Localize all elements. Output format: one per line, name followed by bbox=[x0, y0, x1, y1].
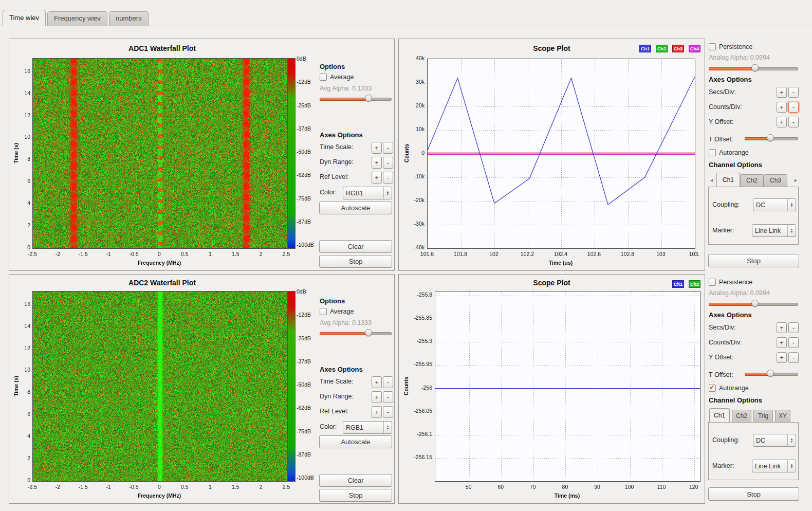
tab-numbers[interactable]: numbers bbox=[109, 11, 149, 26]
y-tick-label: -255.85 bbox=[403, 315, 432, 321]
autoscale-button[interactable]: Autoscale bbox=[319, 435, 392, 448]
stop-button[interactable]: Stop bbox=[708, 254, 799, 267]
y-tick-label: 10k bbox=[404, 126, 425, 132]
x-tick-label: 2 bbox=[251, 484, 271, 490]
spinner-arrows-icon[interactable]: ▲▼ bbox=[787, 460, 796, 472]
clear-button[interactable]: Clear bbox=[319, 240, 392, 253]
secs-div-plus-button[interactable]: + bbox=[777, 322, 787, 333]
y-offset-plus-button[interactable]: + bbox=[777, 352, 787, 363]
ref-level-plus-button[interactable]: + bbox=[372, 406, 382, 418]
slider-handle[interactable] bbox=[767, 370, 774, 377]
counts-div-minus-button[interactable]: - bbox=[788, 337, 799, 348]
dyn-range-label: Dyn Range: bbox=[320, 393, 354, 400]
stop-button[interactable]: Stop bbox=[708, 487, 799, 501]
color-value: RGB1 bbox=[343, 424, 383, 431]
legend-badge-ch2: Ch2 bbox=[689, 280, 700, 288]
channel-tab-ch2[interactable]: Ch2 bbox=[732, 410, 751, 422]
channel-tab-ch2[interactable]: Ch2 bbox=[740, 174, 764, 187]
secs-div-minus-button[interactable]: - bbox=[788, 87, 799, 98]
scroll-right-icon[interactable]: ▶ bbox=[792, 174, 799, 186]
color-select[interactable]: RGB1 ▲▼ bbox=[343, 187, 392, 199]
x-tick-label: 1 bbox=[200, 251, 220, 257]
counts-div-minus-button[interactable]: - bbox=[788, 102, 799, 113]
color-select[interactable]: RGB1 ▲▼ bbox=[343, 421, 392, 434]
counts-div-plus-button[interactable]: + bbox=[777, 337, 787, 348]
ref-level-minus-button[interactable]: - bbox=[383, 406, 393, 418]
coupling-select[interactable]: DC ▲▼ bbox=[753, 198, 796, 211]
x-tick-label: -2.5 bbox=[22, 251, 43, 257]
y-tick-label: 6 bbox=[13, 411, 30, 417]
x-tick-label: 50 bbox=[457, 484, 480, 490]
secs-div-label: Secs/Div: bbox=[709, 324, 736, 331]
dyn-range-minus-button[interactable]: - bbox=[383, 391, 393, 403]
marker-select[interactable]: Line Link ▲▼ bbox=[752, 460, 796, 472]
spinner-arrows-icon[interactable]: ▲▼ bbox=[383, 422, 392, 433]
x-tick-label: 1.5 bbox=[225, 251, 246, 257]
tab-time-wiev[interactable]: Time wiev bbox=[3, 10, 46, 26]
clear-button[interactable]: Clear bbox=[319, 474, 392, 487]
time-scale-plus-button[interactable]: + bbox=[372, 142, 382, 154]
coupling-select[interactable]: DC ▲▼ bbox=[753, 434, 796, 447]
y-offset-minus-button[interactable]: - bbox=[788, 352, 799, 363]
ref-level-minus-button[interactable]: - bbox=[383, 172, 393, 184]
autoscale-button[interactable]: Autoscale bbox=[319, 202, 392, 214]
y-offset-plus-button[interactable]: + bbox=[777, 117, 787, 127]
y-tick-label: 10 bbox=[13, 134, 30, 140]
adc2-waterfall-panel: ADC2 Waterfall Plot Options Average Avg … bbox=[9, 274, 395, 504]
x-tick-label: 1.5 bbox=[225, 484, 246, 490]
scroll-left-icon[interactable]: ◀ bbox=[708, 174, 715, 186]
x-tick-label: 90 bbox=[586, 484, 608, 490]
spinner-arrows-icon[interactable]: ▲▼ bbox=[787, 225, 796, 236]
x-tick-label: 0 bbox=[149, 251, 170, 257]
scope-legend: Ch1Ch2 bbox=[672, 280, 700, 288]
y-tick-label: -40k bbox=[404, 244, 425, 250]
channel-tab-ch1[interactable]: Ch1 bbox=[716, 173, 740, 187]
scope2-controls-panel: Persistence Analog Alpha: 0.0994 Axes Op… bbox=[708, 274, 800, 503]
colorbar-tick-label: -37dB bbox=[297, 358, 322, 364]
autorange-label: Autorange bbox=[719, 149, 749, 156]
y-tick-label: -256.05 bbox=[403, 408, 432, 414]
autorange-checkbox[interactable] bbox=[709, 149, 716, 156]
ref-level-plus-button[interactable]: + bbox=[372, 172, 382, 184]
t-offset-slider[interactable] bbox=[745, 134, 798, 142]
secs-div-plus-button[interactable]: + bbox=[777, 87, 787, 98]
stop-button[interactable]: Stop bbox=[319, 255, 392, 268]
tab-frequency-wiev[interactable]: Frequency wiev bbox=[47, 11, 107, 26]
slider-handle[interactable] bbox=[767, 134, 774, 141]
application-window: Time wievFrequency wievnumbers ADC1 Wate… bbox=[0, 0, 812, 511]
channel-tab-ch3[interactable]: Ch3 bbox=[764, 174, 787, 187]
y-tick-label: -255.9 bbox=[403, 338, 432, 344]
x-tick-label: 0.5 bbox=[174, 484, 195, 490]
channel-tab-xy[interactable]: XY bbox=[775, 410, 790, 422]
time-scale-minus-button[interactable]: - bbox=[383, 376, 393, 388]
stop-button[interactable]: Stop bbox=[319, 489, 392, 502]
dyn-range-plus-button[interactable]: + bbox=[372, 391, 382, 403]
channel-tab-ch1[interactable]: Ch1 bbox=[709, 408, 730, 422]
t-offset-slider[interactable] bbox=[745, 370, 798, 377]
spinner-arrows-icon[interactable]: ▲▼ bbox=[787, 199, 796, 211]
counts-div-plus-button[interactable]: + bbox=[777, 102, 787, 113]
time-scale-plus-button[interactable]: + bbox=[372, 376, 382, 388]
y-offset-minus-button[interactable]: - bbox=[788, 117, 799, 127]
axes-options-rows: Time Scale:+-Dyn Range:+-Ref Level:+- bbox=[318, 39, 393, 270]
autorange-checkbox[interactable] bbox=[709, 385, 716, 392]
x-tick-label: -2 bbox=[47, 251, 68, 257]
x-tick-label: 60 bbox=[489, 484, 512, 490]
dyn-range-plus-button[interactable]: + bbox=[372, 157, 382, 169]
scope2-panel: Scope Plot -255.8-255.85-255.9-255.95-25… bbox=[398, 274, 705, 504]
marker-select[interactable]: Line Link ▲▼ bbox=[752, 224, 796, 237]
colorbar-tick-label: -87dB bbox=[297, 451, 322, 458]
marker-value: Line Link bbox=[752, 463, 787, 470]
spinner-arrows-icon[interactable]: ▲▼ bbox=[383, 187, 392, 199]
y-tick-label: 4 bbox=[13, 433, 30, 439]
secs-div-minus-button[interactable]: - bbox=[788, 322, 799, 333]
channel-tab-trig[interactable]: Trig bbox=[753, 410, 773, 422]
time-scale-minus-button[interactable]: - bbox=[383, 142, 393, 154]
time-scale-label: Time Scale: bbox=[320, 378, 354, 385]
legend-badge-ch1: Ch1 bbox=[639, 45, 651, 52]
y-tick-label: 4 bbox=[13, 200, 30, 206]
x-tick-label: 70 bbox=[522, 484, 544, 490]
spinner-arrows-icon[interactable]: ▲▼ bbox=[787, 434, 796, 446]
x-tick-label: -1.5 bbox=[73, 251, 94, 257]
dyn-range-minus-button[interactable]: - bbox=[383, 157, 393, 169]
